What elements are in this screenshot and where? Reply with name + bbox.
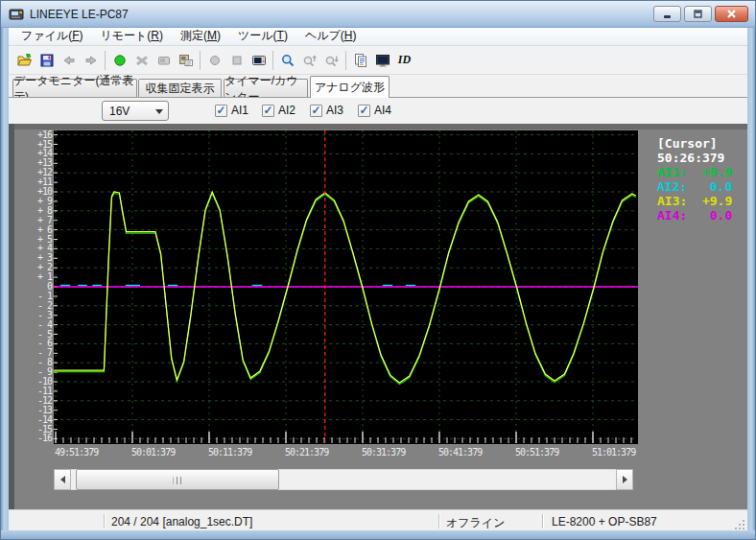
zoom-icon — [280, 53, 295, 68]
menu-item-T[interactable]: ツール(T) — [229, 27, 296, 46]
tab-timer-counter[interactable]: タイマー/カウンター — [224, 79, 308, 98]
app-icon — [9, 7, 24, 22]
channel-label: AI3 — [326, 104, 343, 117]
app-window: LINEEYE LE-PC87 ファイル(F)リモート(R)測定(M)ツール(T… — [0, 0, 756, 540]
controls-row: 16V ✓AI1✓AI2✓AI3✓AI4 — [9, 98, 747, 124]
status-separator — [438, 514, 439, 528]
monitor-stop-icon — [134, 53, 150, 68]
x-axis-label: 50:01:379 — [131, 447, 175, 458]
toolbar: ID — [9, 46, 747, 75]
monitor-stop-button[interactable] — [130, 50, 153, 71]
tab-data-monitor[interactable]: データモニター(通常表示) — [12, 79, 137, 98]
cursor-time: 50:26:379 — [657, 151, 732, 165]
resize-grip[interactable] — [733, 518, 745, 530]
close-button[interactable] — [715, 6, 748, 22]
connect-device-icon — [156, 53, 172, 68]
channel-label: AI2 — [278, 104, 295, 117]
menu-item-R[interactable]: リモート(R) — [91, 27, 172, 46]
status-cell-device: LE-8200 + OP-SB87 — [552, 515, 657, 528]
checkbox-AI2[interactable]: ✓ — [262, 105, 274, 117]
record-stop-icon — [229, 53, 245, 68]
scrollbar-thumb[interactable] — [76, 469, 279, 490]
status-separator — [104, 514, 105, 528]
restore-button[interactable] — [684, 6, 712, 22]
menu-item-F[interactable]: ファイル(F) — [12, 27, 91, 46]
checkbox-AI3[interactable]: ✓ — [310, 105, 322, 117]
trace-AI1 — [54, 194, 636, 385]
panel-shade-top — [9, 124, 747, 129]
measure-settings-button[interactable] — [175, 50, 197, 71]
cursor-value-AI1: AI1: +9.9 — [657, 165, 732, 179]
channel-toggle-AI1[interactable]: ✓AI1 — [215, 104, 248, 117]
open-file-button[interactable] — [13, 50, 35, 71]
channel-label: AI4 — [374, 104, 391, 117]
checkbox-AI4[interactable]: ✓ — [358, 105, 370, 117]
open-file-icon — [17, 53, 33, 68]
status-cell-file: 204 / 204 [analog_1sec.DT] — [111, 515, 252, 528]
voltage-range-select[interactable]: 16V — [102, 101, 169, 121]
device-display-button[interactable] — [248, 50, 270, 71]
menu-item-M[interactable]: 測定(M) — [172, 27, 229, 46]
x-axis-label: 50:21:379 — [285, 447, 328, 458]
x-axis-label: 50:31:379 — [362, 447, 405, 458]
chart-panel: +16+15+14+13+12+11+10+ 9+ 8+ 7+ 6+ 5+ 4+… — [9, 124, 747, 509]
tab-analog-waveform[interactable]: アナログ波形 — [310, 76, 390, 98]
x-axis-label: 49:51:379 — [55, 447, 98, 458]
zoom-out-button[interactable] — [320, 50, 343, 71]
zoom-out-icon — [324, 53, 340, 68]
measure-settings-icon — [178, 53, 194, 68]
record-stop-button[interactable] — [225, 50, 248, 71]
x-axis-label: 50:11:379 — [208, 447, 251, 458]
save-button[interactable] — [35, 50, 58, 71]
monitor-start-icon — [112, 53, 128, 68]
toolbar-separator — [345, 51, 346, 70]
checkbox-AI1[interactable]: ✓ — [215, 105, 227, 117]
tab-fixed-view[interactable]: 収集固定表示 — [138, 79, 222, 98]
zoom-button[interactable] — [276, 50, 298, 71]
cursor-value-AI3: AI3: +9.9 — [657, 194, 732, 208]
waveform-plot[interactable] — [54, 130, 638, 444]
menu-item-H[interactable]: ヘルプ(H) — [296, 27, 366, 46]
channel-toggle-AI3[interactable]: ✓AI3 — [310, 104, 343, 117]
copy-icon — [353, 53, 368, 68]
zoom-in-button[interactable] — [298, 50, 320, 71]
x-axis-label: 50:41:379 — [438, 447, 482, 458]
monitor-start-button[interactable] — [108, 50, 130, 71]
record-icon — [207, 53, 223, 68]
back-button[interactable] — [58, 50, 80, 71]
status-cell-mode: オフライン — [446, 515, 505, 531]
scroll-right-button[interactable] — [616, 469, 633, 490]
scroll-left-button[interactable] — [54, 469, 71, 490]
connect-device-button[interactable] — [153, 50, 175, 71]
channel-toggle-AI2[interactable]: ✓AI2 — [262, 104, 295, 117]
tab-bar: データモニター(通常表示)収集固定表示タイマー/カウンターアナログ波形 — [9, 75, 747, 98]
record-button[interactable] — [203, 50, 225, 71]
minimize-button[interactable] — [653, 6, 681, 22]
screen-capture-icon — [375, 53, 390, 68]
id-button[interactable]: ID — [393, 50, 415, 71]
device-display-icon — [251, 53, 267, 68]
cursor-title: [Cursor] — [657, 136, 732, 151]
id-icon: ID — [398, 53, 411, 67]
zoom-in-icon — [302, 53, 318, 68]
screen-capture-button[interactable] — [371, 50, 393, 71]
toolbar-separator — [105, 51, 106, 70]
titlebar[interactable]: LINEEYE LE-PC87 — [1, 1, 755, 28]
status-separator — [542, 514, 543, 528]
window-border-right — [747, 28, 755, 530]
arrow-right-icon — [623, 476, 627, 483]
horizontal-scrollbar[interactable] — [54, 469, 633, 490]
channel-toggle-AI4[interactable]: ✓AI4 — [358, 104, 391, 117]
x-axis-label: 50:51:379 — [515, 447, 558, 458]
forward-button[interactable] — [80, 50, 102, 71]
y-axis-label: -16 — [25, 434, 52, 443]
panel-shade-left — [9, 124, 14, 509]
statusbar: 204 / 204 [analog_1sec.DT] オフライン LE-8200… — [9, 509, 747, 532]
menubar: ファイル(F)リモート(R)測定(M)ツール(T)ヘルプ(H) — [9, 28, 747, 46]
toolbar-separator — [272, 51, 273, 70]
copy-button[interactable] — [349, 50, 371, 71]
voltage-range-value: 16V — [109, 105, 130, 118]
channel-label: AI1 — [231, 104, 248, 117]
cursor-value-AI2: AI2: 0.0 — [657, 179, 732, 194]
back-icon — [61, 53, 77, 68]
